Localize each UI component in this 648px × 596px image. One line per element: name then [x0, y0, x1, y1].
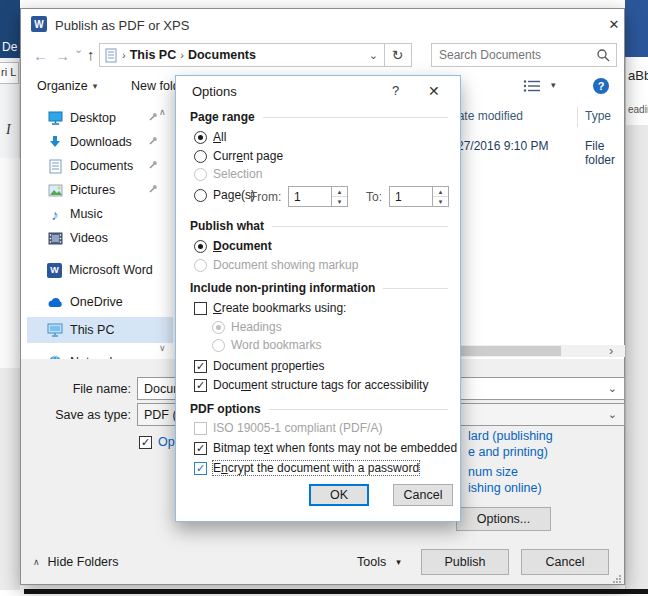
tools-menu[interactable]: Tools ▾	[357, 555, 401, 569]
sidebar-item-network[interactable]: Network	[27, 351, 171, 359]
spin-up-icon[interactable]: ▴	[433, 187, 448, 197]
cancel-button[interactable]: Cancel	[521, 549, 609, 575]
ok-button[interactable]: OK	[309, 484, 369, 506]
save-as-type-dropdown-icon[interactable]: ⌄	[608, 408, 617, 421]
onedrive-icon	[47, 294, 63, 310]
checkbox-icon	[194, 302, 207, 315]
tools-arrow-icon: ▾	[396, 557, 401, 567]
tree-scroll-down-icon[interactable]: ∨	[159, 343, 166, 353]
publish-button[interactable]: Publish	[421, 549, 509, 575]
up-icon[interactable]: ↑	[87, 46, 95, 63]
to-value: 1	[390, 187, 432, 206]
breadcrumb-item-this-pc[interactable]: This PC	[130, 48, 177, 62]
screen: De ri L I aBb eadin W Publish as PDF or …	[0, 0, 648, 596]
sidebar-item-documents[interactable]: Documents	[27, 155, 171, 177]
radio-icon	[194, 189, 207, 202]
sidebar-item-music[interactable]: ♪ Music	[27, 203, 171, 225]
organize-menu[interactable]: Organize ▾	[37, 79, 97, 93]
from-value: 1	[289, 187, 331, 206]
word-canvas-fragment-left	[0, 158, 20, 368]
sidebar-item-pictures[interactable]: Pictures	[27, 179, 171, 201]
word-canvas-fragment-right	[625, 125, 648, 590]
sidebar-item-this-pc[interactable]: This PC	[27, 319, 171, 341]
folder-tree: Desktop Downloads Documents	[27, 103, 173, 359]
optimize-minimum-label-fragment[interactable]: num size	[468, 465, 518, 479]
optimize-standard-label-fragment2[interactable]: e and printing)	[468, 445, 548, 459]
search-box[interactable]	[431, 43, 617, 67]
breadcrumb-item-documents[interactable]: Documents	[188, 48, 256, 62]
italic-button-fragment: I	[6, 122, 11, 138]
checkbox-bitmap-text[interactable]: ✓ Bitmap text when fonts may not be embe…	[194, 441, 457, 455]
optimize-standard-label-fragment[interactable]: lard (publishing	[468, 429, 553, 443]
sidebar-item-videos[interactable]: Videos	[27, 227, 171, 249]
word-window-edge-bottom	[24, 589, 648, 594]
radio-icon	[194, 131, 207, 144]
search-icon[interactable]	[596, 48, 610, 62]
checkbox-encrypt-password[interactable]: ✓ Encrypt the document with a password	[194, 461, 419, 475]
save-as-type-label: Save as type:	[27, 408, 131, 422]
sidebar-item-microsoft-word[interactable]: W Microsoft Word	[27, 259, 171, 281]
spin-up-icon[interactable]: ▴	[332, 187, 347, 197]
pin-icon[interactable]	[147, 183, 159, 198]
help-button[interactable]: ?	[593, 78, 609, 94]
views-arrow-icon: ▾	[551, 80, 556, 90]
sidebar-item-desktop[interactable]: Desktop	[27, 107, 171, 129]
radio-pages[interactable]: Page(s)	[194, 188, 255, 202]
spin-down-icon[interactable]: ▾	[433, 197, 448, 206]
file-row-type[interactable]: File folder	[585, 139, 624, 167]
breadcrumb-expand-icon[interactable]: ⌄	[369, 49, 378, 62]
breadcrumb[interactable]: › This PC › Documents ⌄	[99, 43, 385, 67]
radio-all[interactable]: All	[194, 130, 226, 144]
resize-grip[interactable]	[613, 575, 621, 583]
back-icon[interactable]: ←	[33, 47, 48, 64]
radio-document-markup: Document showing markup	[194, 258, 358, 272]
views-button[interactable]: ▾	[523, 79, 563, 95]
sidebar-item-onedrive[interactable]: OneDrive	[27, 291, 171, 313]
radio-icon	[212, 339, 225, 352]
to-spinner[interactable]: 1 ▴▾	[389, 186, 449, 207]
pdf-options-header: PDF options	[190, 402, 448, 416]
radio-current-page[interactable]: Current page	[194, 149, 283, 163]
spin-down-icon[interactable]: ▾	[332, 197, 347, 206]
ribbon-tab-fragment: De	[2, 40, 20, 54]
radio-icon	[194, 240, 207, 253]
desktop-icon	[47, 110, 63, 126]
downloads-icon	[47, 134, 63, 150]
refresh-button[interactable]: ↻	[384, 43, 412, 67]
hide-folders-chevron-icon: ∧	[33, 557, 40, 567]
options-help-icon[interactable]: ?	[392, 83, 399, 98]
column-header-type[interactable]: Type	[585, 109, 611, 123]
from-spinner[interactable]: 1 ▴▾	[288, 186, 348, 207]
search-input[interactable]	[432, 47, 596, 63]
radio-icon	[194, 168, 207, 181]
checkbox-document-structure[interactable]: ✓ Document structure tags for accessibil…	[194, 378, 428, 392]
options-dialog: Options ? ✕ Page range All Current page …	[175, 75, 461, 522]
tree-scroll-up-icon[interactable]: ∧	[159, 107, 166, 117]
forward-icon[interactable]: →	[55, 47, 70, 64]
sidebar-item-downloads[interactable]: Downloads	[27, 131, 171, 153]
radio-document[interactable]: Document	[194, 239, 272, 253]
heading-label-fragment: eadin	[628, 104, 648, 115]
hscrollbar-right-arrow-icon[interactable]: ›	[609, 343, 613, 358]
views-icon	[523, 79, 543, 93]
font-name-fragment: ri L	[1, 66, 16, 78]
hide-folders-button[interactable]: ∧ Hide Folders	[33, 555, 118, 569]
pin-icon[interactable]	[147, 135, 159, 150]
checkbox-create-bookmarks[interactable]: Create bookmarks using:	[194, 301, 346, 315]
checkbox-document-properties[interactable]: ✓ Document properties	[194, 359, 324, 373]
pin-icon[interactable]	[147, 159, 159, 174]
word-canvas-fragment-left-lower	[0, 368, 20, 590]
file-name-dropdown-icon[interactable]: ⌄	[608, 382, 617, 395]
pin-icon[interactable]	[147, 111, 159, 126]
nav-history-chevron-icon[interactable]: ⌄	[74, 43, 83, 56]
options-cancel-button[interactable]: Cancel	[393, 484, 453, 506]
options-button[interactable]: Options...	[456, 507, 551, 531]
close-icon[interactable]: ✕	[605, 17, 623, 35]
radio-icon	[212, 321, 225, 334]
from-label: From:	[250, 190, 281, 204]
word-ribbon-fragment-right	[625, 0, 648, 57]
optimize-minimum-label-fragment2[interactable]: ishing online)	[468, 481, 542, 495]
file-row-date-modified[interactable]: 7/27/2016 9:10 PM	[447, 139, 548, 153]
dialog-title: Publish as PDF or XPS	[55, 18, 189, 33]
options-close-icon[interactable]: ✕	[428, 83, 440, 99]
